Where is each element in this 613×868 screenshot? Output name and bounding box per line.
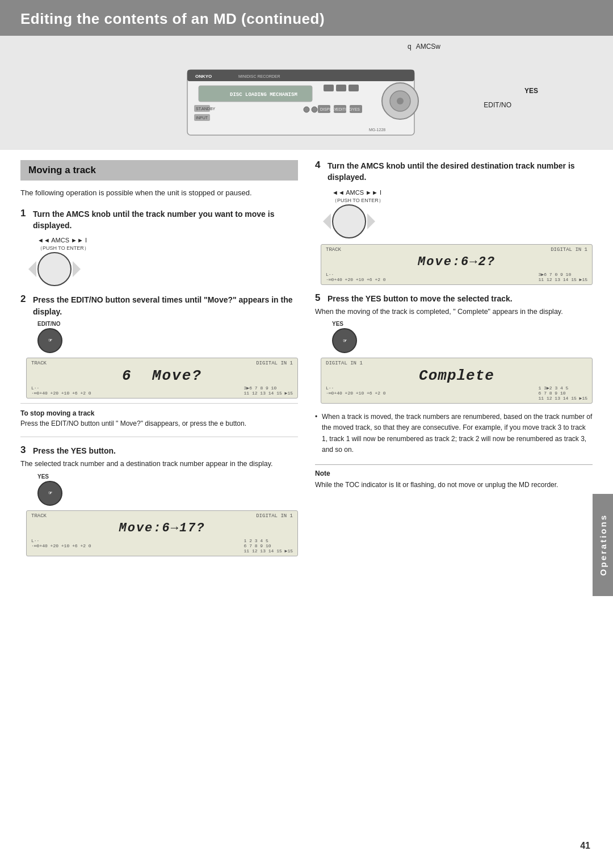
lcd-l-meter-5: L···∞0+40 +20 +10 +6 +2 0 — [326, 385, 386, 401]
amcsw-label: AMCSw — [416, 43, 440, 51]
step-2-lcd: TRACK DIGITAL IN 1 6 Move? L···∞0+40 +20… — [26, 358, 298, 399]
editno-diagram-label: EDIT/NO — [484, 101, 511, 109]
left-column: Moving a track The following operation i… — [20, 160, 298, 564]
yes-label-3: YES — [37, 473, 49, 480]
amcs-arrows-icon-1: ◄◄ AMCS ►► I — [37, 237, 87, 244]
device-svg: ONKYO MINIDISC RECORDER DISC LOADING MEC… — [182, 58, 431, 141]
amcs-label-1: ◄◄ AMCS ►► I — [37, 237, 87, 244]
to-stop-title: To stop moving a track — [20, 409, 94, 417]
step-2: 2 Press the EDIT/NO button several times… — [20, 294, 298, 429]
page-number: 41 — [580, 841, 590, 851]
operations-label: Operations — [598, 514, 608, 576]
step-4-lcd: TRACK DIGITAL IN 1 Move:6→2? L···∞0+40 +… — [321, 244, 593, 285]
svg-rect-7 — [336, 85, 346, 91]
svg-text:MINIDISC RECORDER: MINIDISC RECORDER — [238, 74, 280, 78]
right-column: 4 Turn the AMCS knob until the desired d… — [315, 160, 593, 564]
step-5-number: 5 — [315, 293, 328, 304]
amcs-arrows-icon-4: ◄◄ AMCS ►► I — [332, 189, 381, 196]
q-label: q — [408, 43, 412, 51]
lcd-track-label-4: TRACK — [326, 247, 341, 253]
lcd-main-text-2: 6 Move? — [31, 367, 293, 385]
step-1-heading: Turn the AMCS knob until the track numbe… — [33, 208, 298, 232]
lcd-display-2: TRACK DIGITAL IN 1 6 Move? L···∞0+40 +20… — [26, 358, 298, 399]
lcd-digital-label-3: DIGITAL IN 1 — [256, 513, 293, 519]
lcd-top-row-2: TRACK DIGITAL IN 1 — [31, 360, 293, 366]
step-3: 3 Press the YES button. The selected tra… — [20, 445, 298, 556]
svg-point-10 — [312, 107, 317, 112]
operations-tab: Operations — [593, 494, 613, 596]
svg-text:EDITING: EDITING — [336, 107, 352, 111]
step-1: 1 Turn the AMCS knob until the track num… — [20, 208, 298, 287]
lcd-r-meter-3: 1 2 3 4 56 7 8 9 1011 12 13 14 15 ▶15 — [244, 538, 293, 553]
page-header: Editing the contents of an MD (continued… — [0, 0, 613, 36]
lcd-l-meter-3: L···∞0+40 +20 +10 +6 +2 0 — [31, 538, 91, 553]
lcd-main-text-4: Move:6→2? — [326, 253, 587, 271]
step-5: 5 Press the YES button to move the selec… — [315, 293, 593, 404]
two-column-layout: Moving a track The following operation i… — [20, 160, 593, 564]
svg-text:DISPLAY: DISPLAY — [320, 107, 337, 111]
step-5-header: 5 Press the YES button to move the selec… — [315, 293, 593, 304]
yes-diagram-label: YES — [524, 87, 538, 95]
step-3-heading: Press the YES button. — [33, 445, 116, 456]
lcd-main-text-3: Move:6→17? — [31, 519, 293, 538]
step-4-heading: Turn the AMCS knob until the desired des… — [328, 160, 593, 183]
editno-illustration: EDIT/NO ☞ — [37, 321, 298, 353]
intro-text: The following operation is possible when… — [20, 187, 298, 199]
step-3-header: 3 Press the YES button. — [20, 445, 298, 456]
page-title: Editing the contents of an MD (continued… — [20, 10, 593, 28]
step-5-lcd: DIGITAL IN 1 Complete L···∞0+40 +20 +10 … — [321, 358, 593, 404]
editno-label: EDIT/NO — [37, 321, 61, 327]
step-3-lcd: TRACK DIGITAL IN 1 Move:6→17? L···∞0+40 … — [26, 510, 298, 556]
step-1-illustration: ◄◄ AMCS ►► I （PUSH TO ENTER） — [37, 237, 298, 286]
yes-finger-icon-5: ☞ — [343, 338, 347, 343]
main-content: Moving a track The following operation i… — [0, 160, 613, 587]
yes-label-5: YES — [332, 321, 343, 327]
svg-text:DISC LOADING MECHANISM: DISC LOADING MECHANISM — [230, 92, 297, 98]
yes-button-5[interactable]: ☞ — [332, 328, 357, 353]
svg-text:INPUT: INPUT — [196, 116, 208, 120]
editno-button[interactable]: ☞ — [37, 328, 62, 353]
step-4-number: 4 — [315, 160, 328, 171]
device-diagram-area: q AMCSw YES EDIT/NO ONKYO MINIDISC RECOR… — [0, 36, 613, 150]
to-stop-body: Press the EDIT/NO button until " Move?" … — [20, 420, 246, 427]
svg-text:MG-1228: MG-1228 — [369, 128, 385, 132]
lcd-main-text-5: Complete — [326, 367, 587, 385]
step-2-header: 2 Press the EDIT/NO button several times… — [20, 294, 298, 317]
amcs-push-label-1: （PUSH TO ENTER） — [37, 245, 89, 252]
svg-text:ST.ANDBY: ST.ANDBY — [196, 107, 216, 111]
svg-point-9 — [304, 107, 309, 112]
amcs-push-label-4: （PUSH TO ENTER） — [332, 197, 384, 204]
editno-finger-icon: ☞ — [48, 338, 52, 343]
amcs-knob-wrap-1 — [37, 252, 72, 286]
bullet-note-text: When a track is moved, the track numbers… — [322, 413, 592, 454]
note-text: While the TOC indicator is lit or flashi… — [315, 480, 593, 490]
bullet-note: When a track is moved, the track numbers… — [315, 412, 593, 455]
step-4-illustration: ◄◄ AMCS ►► I （PUSH TO ENTER） — [332, 189, 593, 238]
lcd-r-meter-4: 3▶6 7 0 9 1011 12 13 14 15 ▶15 — [539, 272, 587, 282]
step-1-header: 1 Turn the AMCS knob until the track num… — [20, 208, 298, 232]
lcd-r-meter-5: 1 3▶2 3 4 56 7 8 9 1011 12 13 14 15 ▶15 — [539, 385, 587, 401]
lcd-track-label-3: TRACK — [31, 513, 47, 519]
lcd-top-row-5: DIGITAL IN 1 — [326, 360, 587, 366]
lcd-top-row-4: TRACK DIGITAL IN 1 — [326, 247, 587, 253]
lcd-r-meter-2: 3▶6 7 8 9 1011 12 13 14 15 ▶15 — [244, 385, 293, 396]
svg-point-14 — [397, 98, 404, 104]
step-5-body: When the moving of the track is complete… — [315, 307, 593, 317]
lcd-track-label-2: TRACK — [31, 360, 47, 366]
lcd-bottom-row-4: L···∞0+40 +20 +10 +6 +2 0 3▶6 7 0 9 1011… — [326, 272, 587, 282]
lcd-display-3: TRACK DIGITAL IN 1 Move:6→17? L···∞0+40 … — [26, 510, 298, 556]
yes-btn-wrap-3: YES ☞ — [37, 473, 298, 506]
yes-btn-wrap-5: YES ☞ — [332, 321, 593, 353]
svg-text:YES: YES — [352, 107, 360, 111]
note-title: Note — [315, 469, 593, 477]
yes-finger-icon-3: ☞ — [48, 490, 52, 496]
svg-rect-1 — [187, 70, 414, 81]
yes-button-3[interactable]: ☞ — [37, 481, 62, 506]
step-5-heading: Press the YES button to move the selecte… — [328, 293, 513, 304]
lcd-digital-label-2: DIGITAL IN 1 — [256, 360, 293, 366]
step-4: 4 Turn the AMCS knob until the desired d… — [315, 160, 593, 285]
lcd-bottom-row-2: L···∞0+40 +20 +10 +6 +2 0 3▶6 7 8 9 1011… — [31, 385, 293, 396]
to-stop-text: To stop moving a track Press the EDIT/NO… — [20, 403, 298, 429]
step-1-number: 1 — [20, 208, 33, 219]
amcs-knob-4 — [332, 204, 366, 238]
